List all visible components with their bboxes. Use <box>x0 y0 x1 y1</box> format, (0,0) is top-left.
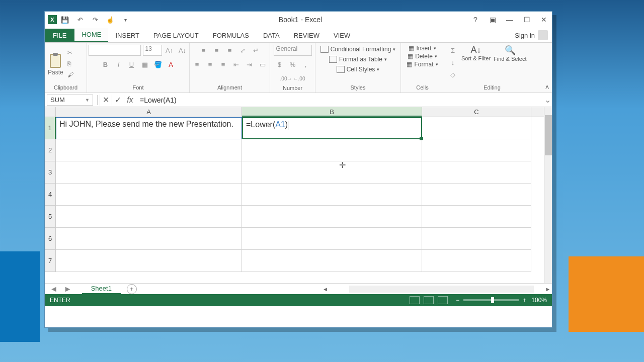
hscroll-right-icon[interactable]: ► <box>544 286 552 292</box>
row-header-7[interactable]: 7 <box>45 250 56 272</box>
tab-review[interactable]: REVIEW <box>287 29 327 42</box>
save-icon[interactable]: 💾 <box>60 15 70 25</box>
align-center-icon[interactable]: ≡ <box>205 59 216 70</box>
zoom-in-icon[interactable]: + <box>523 297 526 304</box>
merge-center-icon[interactable]: ▭ <box>257 59 268 70</box>
tab-data[interactable]: DATA <box>256 29 287 42</box>
orientation-icon[interactable]: ⤢ <box>237 45 249 56</box>
find-select-button[interactable]: 🔍 Find & Select <box>494 45 526 62</box>
font-name-select[interactable] <box>89 45 141 56</box>
copy-icon[interactable]: ⎘ <box>67 60 76 68</box>
zoom-out-icon[interactable]: − <box>456 297 459 304</box>
cell-b5[interactable] <box>242 206 422 228</box>
comma-icon[interactable]: , <box>300 59 311 70</box>
cell-b3[interactable] <box>242 161 422 184</box>
row-header-3[interactable]: 3 <box>45 161 56 184</box>
expand-formula-bar-icon[interactable]: ⌄ <box>543 95 552 105</box>
increase-font-icon[interactable]: A↑ <box>164 45 175 56</box>
tab-insert[interactable]: INSERT <box>108 29 146 42</box>
normal-view-icon[interactable] <box>410 296 420 304</box>
maximize-icon[interactable]: ☐ <box>522 15 532 25</box>
wrap-text-icon[interactable]: ↵ <box>251 45 262 56</box>
row-header-6[interactable]: 6 <box>45 228 56 250</box>
row-header-5[interactable]: 5 <box>45 206 56 228</box>
row-header-4[interactable]: 4 <box>45 184 56 206</box>
zoom-slider[interactable] <box>463 299 519 301</box>
close-icon[interactable]: ✕ <box>539 15 549 25</box>
vscroll-thumb[interactable] <box>545 115 552 155</box>
underline-button[interactable]: U <box>126 59 137 70</box>
fill-color-icon[interactable]: 🪣 <box>152 59 164 70</box>
spreadsheet-grid[interactable]: A B C 1 2 3 4 5 6 7 Hi JOHN, Please send… <box>45 107 552 283</box>
cell-a4[interactable] <box>56 184 242 206</box>
currency-icon[interactable]: $ <box>274 59 285 70</box>
align-middle-icon[interactable]: ≡ <box>211 45 222 56</box>
cell-c3[interactable] <box>422 161 531 184</box>
add-sheet-button[interactable]: + <box>127 284 137 294</box>
font-size-select[interactable]: 13 <box>143 45 162 56</box>
touch-mode-icon[interactable]: ☝ <box>105 15 115 25</box>
column-header-b[interactable]: B <box>242 107 422 117</box>
number-format-select[interactable]: General <box>274 45 312 56</box>
zoom-level[interactable]: 100% <box>531 297 547 304</box>
insert-cells-button[interactable]: ▦Insert▾ <box>409 45 436 52</box>
column-header-c[interactable]: C <box>422 107 531 117</box>
enter-formula-icon[interactable]: ✓ <box>112 95 124 106</box>
cell-a7[interactable] <box>56 250 242 272</box>
cut-icon[interactable]: ✂ <box>67 49 76 57</box>
ribbon-display-icon[interactable]: ▣ <box>488 15 498 25</box>
page-layout-view-icon[interactable] <box>424 296 434 304</box>
cell-c2[interactable] <box>422 139 531 161</box>
sheet-nav-next-icon[interactable]: ► <box>64 285 72 294</box>
cell-b2[interactable] <box>242 139 422 161</box>
cell-c7[interactable] <box>422 250 531 272</box>
column-header-a[interactable]: A <box>56 107 242 117</box>
insert-function-icon[interactable]: fx <box>124 95 136 106</box>
tab-file[interactable]: FILE <box>45 29 74 42</box>
format-as-table-button[interactable]: Format as Table▾ <box>328 55 388 64</box>
cell-b7[interactable] <box>242 250 422 272</box>
hscroll-left-icon[interactable]: ◄ <box>321 286 329 292</box>
qat-customize-icon[interactable]: ▾ <box>120 15 130 25</box>
decrease-indent-icon[interactable]: ⇤ <box>231 59 242 70</box>
zoom-thumb[interactable] <box>491 297 494 303</box>
format-painter-icon[interactable]: 🖌 <box>67 71 76 79</box>
cell-c4[interactable] <box>422 184 531 206</box>
tab-page-layout[interactable]: PAGE LAYOUT <box>146 29 206 42</box>
undo-icon[interactable]: ↶ <box>75 15 85 25</box>
increase-decimal-icon[interactable]: .00→ <box>281 73 292 84</box>
tab-formulas[interactable]: FORMULAS <box>206 29 256 42</box>
help-icon[interactable]: ? <box>470 15 480 25</box>
delete-cells-button[interactable]: ▦Delete▾ <box>408 53 437 60</box>
select-all-corner[interactable] <box>45 107 56 117</box>
vertical-scrollbar[interactable] <box>544 107 552 283</box>
horizontal-scrollbar[interactable] <box>349 286 534 293</box>
decrease-decimal-icon[interactable]: ←.00 <box>294 73 305 84</box>
cell-a5[interactable] <box>56 206 242 228</box>
cell-b4[interactable] <box>242 184 422 206</box>
cell-a3[interactable] <box>56 161 242 184</box>
cell-c5[interactable] <box>422 206 531 228</box>
format-cells-button[interactable]: ▦Format▾ <box>407 61 438 68</box>
collapse-ribbon-icon[interactable]: ʌ <box>545 83 549 90</box>
row-header-1[interactable]: 1 <box>45 117 56 139</box>
sheet-tab[interactable]: Sheet1 <box>82 284 121 294</box>
percent-icon[interactable]: % <box>287 59 298 70</box>
tab-home[interactable]: HOME <box>74 28 108 42</box>
align-top-icon[interactable]: ≡ <box>198 45 209 56</box>
increase-indent-icon[interactable]: ⇥ <box>244 59 255 70</box>
fill-icon[interactable]: ↓ <box>447 57 458 68</box>
row-header-2[interactable]: 2 <box>45 139 56 161</box>
align-bottom-icon[interactable]: ≡ <box>224 45 235 56</box>
autosum-icon[interactable]: Σ <box>447 45 458 56</box>
cell-b1[interactable]: =Lower(A1) <box>242 117 422 139</box>
page-break-view-icon[interactable] <box>438 296 448 304</box>
align-right-icon[interactable]: ≡ <box>218 59 229 70</box>
minimize-icon[interactable]: — <box>505 15 515 25</box>
conditional-formatting-button[interactable]: Conditional Formatting▾ <box>319 45 397 54</box>
cell-b6[interactable] <box>242 228 422 250</box>
italic-button[interactable]: I <box>113 59 124 70</box>
name-box[interactable]: SUM▼ <box>47 95 93 106</box>
paste-button[interactable]: Paste <box>48 53 63 76</box>
fill-handle[interactable] <box>420 137 423 140</box>
